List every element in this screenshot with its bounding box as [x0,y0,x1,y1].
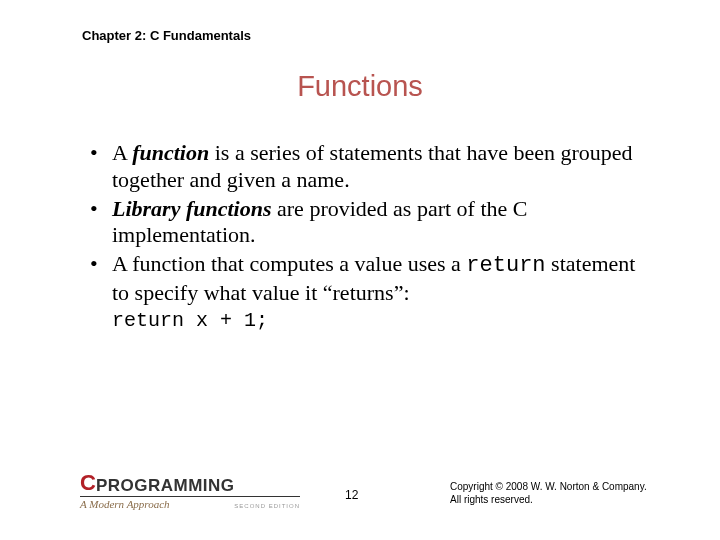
copyright-line-1: Copyright © 2008 W. W. Norton & Company. [450,481,647,494]
slide: Chapter 2: C Fundamentals Functions A fu… [0,0,720,540]
slide-body: A function is a series of statements tha… [90,140,650,333]
logo-edition: SECOND EDITION [234,503,300,509]
copyright: Copyright © 2008 W. W. Norton & Company.… [450,481,647,506]
logo-programming: PROGRAMMING [96,476,235,496]
logo-subtitle: A Modern Approach [80,498,170,510]
bullet-3: A function that computes a value uses a … [90,251,650,307]
copyright-line-2: All rights reserved. [450,494,647,507]
bullet-1: A function is a series of statements tha… [90,140,650,194]
text: A [112,140,132,165]
bullet-2: Library functions are provided as part o… [90,196,650,250]
footer: CPROGRAMMING A Modern Approach SECOND ED… [80,470,660,510]
chapter-label: Chapter 2: C Fundamentals [82,28,251,43]
term-function: function [132,140,209,165]
book-logo: CPROGRAMMING A Modern Approach SECOND ED… [80,470,300,510]
code-return: return [466,253,545,278]
logo-c-letter: C [80,470,95,496]
page-number: 12 [345,488,358,502]
term-library-functions: Library functions [112,196,272,221]
slide-title: Functions [0,70,720,103]
code-example: return x + 1; [112,309,650,333]
text: A function that computes a value uses a [112,251,466,276]
